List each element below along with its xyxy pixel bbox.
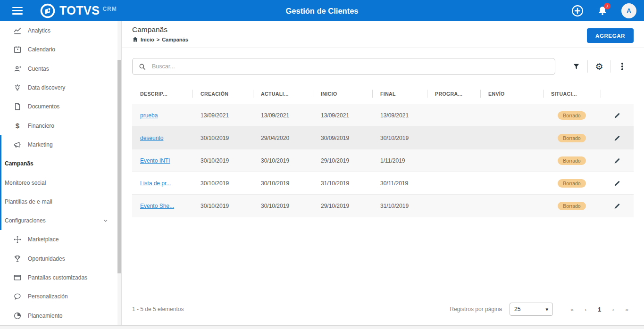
cell-inicio: 31/10/2019 bbox=[313, 180, 372, 187]
breadcrumb-home[interactable]: Inicio bbox=[141, 37, 154, 42]
page-title: Campanãs bbox=[132, 25, 188, 34]
column-header-creacion[interactable]: CREACIÓN bbox=[192, 83, 253, 104]
column-header-final[interactable]: FINAL bbox=[372, 83, 427, 104]
status-badge: Borrado bbox=[558, 156, 585, 165]
campaigns-table: DESCRIP... CREACIÓN ACTUALI... INICIO FI… bbox=[132, 83, 634, 217]
campaign-link[interactable]: Evento INTI bbox=[140, 157, 170, 164]
document-icon bbox=[13, 102, 22, 111]
sidebar-item-marketing[interactable]: Marketing bbox=[1, 135, 121, 154]
edit-button[interactable] bbox=[601, 112, 634, 119]
table-footer: 1 - 5 de 5 elementos Registros por págin… bbox=[122, 303, 644, 325]
sidebar-item-label: Marketplace bbox=[28, 236, 59, 243]
cell-inicio: 13/09/2021 bbox=[313, 112, 372, 119]
kebab-menu-icon bbox=[621, 63, 623, 70]
pagination: « ‹ 1 › » bbox=[565, 306, 634, 313]
sidebar-item-campanas[interactable]: Campanãs bbox=[1, 154, 121, 173]
sidebar-item-pantallas-customizadas[interactable]: Pantallas customizadas bbox=[0, 268, 121, 287]
filter-button[interactable] bbox=[565, 59, 587, 74]
sidebar-scrollbar-thumb[interactable] bbox=[117, 60, 121, 273]
settings-button[interactable]: ⚙ bbox=[588, 59, 611, 74]
search-input[interactable] bbox=[152, 63, 549, 70]
per-page-select[interactable]: 25 ▾ bbox=[510, 303, 553, 316]
sidebar-item-analytics[interactable]: Analytics bbox=[0, 21, 121, 40]
prev-page-button[interactable]: ‹ bbox=[579, 306, 593, 313]
cell-creacion: 30/10/2019 bbox=[192, 180, 253, 187]
sidebar-item-financiero[interactable]: $ Financiero bbox=[0, 116, 121, 135]
sidebar-item-personalizacion[interactable]: Personalización bbox=[0, 287, 121, 306]
analytics-icon bbox=[13, 26, 22, 35]
page-header: Campanãs Inicio > Campanãs AGREGAR bbox=[122, 21, 644, 48]
cell-final: 30/11/2019 bbox=[372, 180, 427, 187]
sidebar-item-data-discovery[interactable]: Data discovery bbox=[0, 78, 121, 97]
campaign-link[interactable]: Evento She... bbox=[140, 203, 174, 209]
sidebar-item-configuraciones[interactable]: Configuraciones bbox=[1, 211, 121, 230]
sidebar-item-monitoreo-social[interactable]: Monitoreo social bbox=[1, 173, 121, 192]
app-window: TOTVS CRM Gestión de Clientes 7 A bbox=[0, 0, 644, 329]
column-header-actualizacion[interactable]: ACTUALI... bbox=[253, 83, 313, 104]
pencil-icon bbox=[613, 157, 621, 164]
cell-actualizacion: 29/04/2020 bbox=[253, 135, 313, 141]
breadcrumb-current: Campanãs bbox=[162, 37, 188, 42]
search-icon bbox=[138, 63, 146, 71]
marketplace-icon bbox=[13, 235, 22, 244]
caret-down-icon: ▾ bbox=[545, 306, 548, 313]
column-header-situacion[interactable]: SITUACI... bbox=[543, 83, 601, 104]
column-header-envio[interactable]: ENVÍO bbox=[480, 83, 543, 104]
last-page-button[interactable]: » bbox=[620, 306, 634, 313]
brand-logo-group[interactable]: TOTVS CRM bbox=[40, 3, 117, 19]
campaign-link[interactable]: deseunto bbox=[140, 135, 163, 141]
speech-bubble-icon bbox=[13, 292, 22, 301]
sidebar-item-plantillas-email[interactable]: Plantillas de e-mail bbox=[1, 192, 121, 211]
next-page-button[interactable]: › bbox=[606, 306, 620, 313]
cell-inicio: 29/10/2019 bbox=[313, 203, 372, 209]
table-header-row: DESCRIP... CREACIÓN ACTUALI... INICIO FI… bbox=[132, 83, 634, 104]
pie-chart-icon bbox=[13, 312, 22, 320]
column-header-inicio[interactable]: INICIO bbox=[313, 83, 372, 104]
table-row: Evento She... 30/10/2019 30/10/2019 29/1… bbox=[132, 195, 634, 217]
sidebar-item-label: Cuentas bbox=[28, 66, 49, 72]
table-row: prueba 13/09/2021 13/09/2021 13/09/2021 … bbox=[132, 104, 634, 127]
hamburger-menu-icon[interactable] bbox=[12, 7, 23, 15]
edit-button[interactable] bbox=[601, 134, 634, 142]
megaphone-icon bbox=[13, 140, 22, 149]
sidebar-item-label: Data discovery bbox=[28, 84, 65, 91]
sidebar-item-marketplace[interactable]: Marketplace bbox=[0, 230, 121, 249]
sidebar-item-documentos[interactable]: Documentos bbox=[0, 97, 121, 116]
edit-button[interactable] bbox=[601, 202, 634, 210]
edit-button[interactable] bbox=[601, 157, 634, 164]
current-page[interactable]: 1 bbox=[593, 306, 606, 313]
add-quick-icon[interactable] bbox=[571, 5, 584, 17]
notifications-bell-icon[interactable]: 7 bbox=[597, 5, 608, 16]
column-header-actions bbox=[601, 83, 634, 104]
search-box[interactable] bbox=[132, 58, 555, 75]
campaign-link[interactable]: prueba bbox=[140, 112, 158, 119]
home-icon[interactable] bbox=[132, 36, 138, 42]
sidebar-item-calendario[interactable]: Calendario bbox=[0, 40, 121, 59]
more-options-button[interactable] bbox=[611, 59, 634, 74]
table-body: prueba 13/09/2021 13/09/2021 13/09/2021 … bbox=[132, 104, 634, 217]
cell-actualizacion: 30/10/2019 bbox=[253, 180, 313, 187]
column-header-descripcion[interactable]: DESCRIP... bbox=[132, 83, 192, 104]
pencil-icon bbox=[613, 134, 621, 142]
column-header-programacion[interactable]: PROGRA... bbox=[427, 83, 480, 104]
campaign-link[interactable]: Lista de pr... bbox=[140, 180, 171, 187]
chevron-down-icon bbox=[102, 217, 109, 224]
breadcrumb-separator: > bbox=[157, 37, 159, 42]
sidebar-item-planeamiento[interactable]: Planeamiento bbox=[0, 306, 121, 325]
sidebar-item-label: Analytics bbox=[28, 27, 50, 34]
cell-creacion: 30/10/2019 bbox=[192, 135, 253, 141]
sidebar-item-cuentas[interactable]: Cuentas bbox=[0, 59, 121, 78]
cell-final: 30/10/2019 bbox=[372, 135, 427, 141]
sidebar-item-label: Personalización bbox=[28, 293, 68, 300]
sidebar-item-label: Documentos bbox=[28, 103, 59, 110]
accounts-icon bbox=[13, 65, 22, 73]
user-avatar[interactable]: A bbox=[621, 3, 636, 18]
first-page-button[interactable]: « bbox=[565, 306, 579, 313]
sidebar-item-label: Configuraciones bbox=[5, 217, 46, 224]
page-module-title: Gestión de Clientes bbox=[285, 6, 358, 15]
pencil-icon bbox=[613, 112, 621, 119]
add-button[interactable]: AGREGAR bbox=[587, 28, 634, 43]
horizontal-scrollbar-track[interactable] bbox=[0, 325, 644, 329]
sidebar-item-oportunidades[interactable]: Oportunidades bbox=[0, 249, 121, 268]
edit-button[interactable] bbox=[601, 180, 634, 187]
